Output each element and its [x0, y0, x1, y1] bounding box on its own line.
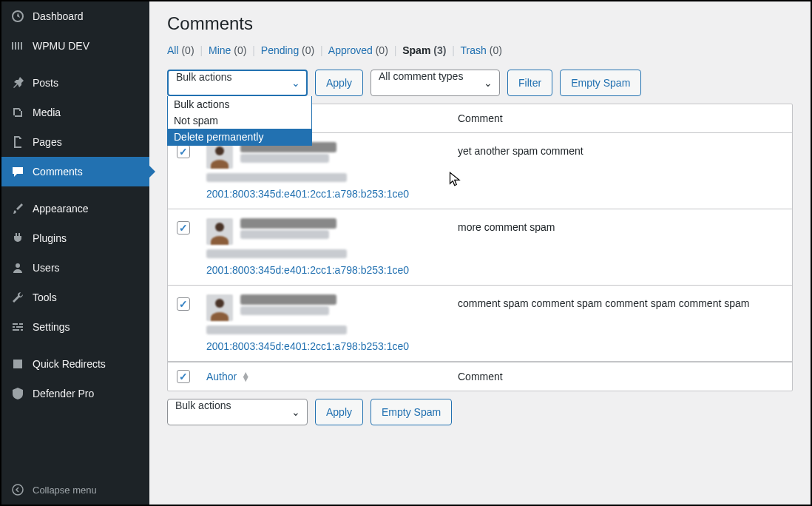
main-content: Comments All (0) | Mine (0) | Pending (0… — [149, 1, 811, 505]
author-email — [206, 249, 347, 258]
filter-pending[interactable]: Pending (0) — [261, 44, 314, 56]
sidebar-item-quick-redirects[interactable]: Quick Redirects — [1, 349, 149, 379]
filter-spam[interactable]: Spam (3) — [402, 44, 446, 56]
comments-table: Author ▲▼ Comment 2001:8003: — [167, 104, 793, 391]
author-name — [240, 218, 336, 229]
brush-icon — [10, 201, 25, 216]
filter-button[interactable]: Filter — [507, 70, 552, 96]
filter-trash[interactable]: Trash (0) — [461, 44, 502, 56]
filter-approved[interactable]: Approved (0) — [328, 44, 388, 56]
avatar — [206, 294, 233, 321]
sidebar-item-label: Defender Pro — [33, 388, 94, 399]
sidebar-item-label: Dashboard — [33, 10, 84, 22]
column-header-comment: Comment — [458, 112, 783, 124]
table-row: 2001:8003:345d:e401:2cc1:a798:b253:1ce0 … — [168, 286, 792, 362]
row-checkbox[interactable] — [177, 297, 190, 311]
user-icon — [10, 260, 25, 275]
row-checkbox[interactable] — [177, 145, 190, 158]
dashboard-icon — [10, 9, 25, 24]
bulk-option-delete-permanently[interactable]: Delete permanently — [168, 129, 311, 145]
comment-type-select[interactable]: All comment types — [371, 70, 500, 96]
author-ip-link[interactable]: 2001:8003:345d:e401:2cc1:a798:b253:1ce0 — [206, 340, 458, 352]
plug-icon — [10, 231, 25, 246]
page-icon — [10, 135, 25, 149]
sidebar-item-wpmu-dev[interactable]: WPMU DEV — [1, 31, 149, 61]
redirect-icon — [10, 357, 25, 371]
sidebar-item-media[interactable]: Media — [1, 98, 149, 127]
sidebar-item-label: Quick Redirects — [33, 358, 106, 370]
comment-icon — [10, 164, 25, 179]
page-title: Comments — [167, 13, 793, 34]
sidebar-item-settings[interactable]: Settings — [1, 312, 149, 342]
comment-text: more comment spam — [458, 218, 783, 276]
sidebar-item-users[interactable]: Users — [1, 253, 149, 283]
sliders-icon — [10, 320, 25, 334]
comment-text: comment spam comment spam comment spam c… — [458, 294, 783, 352]
author-ip-link[interactable]: 2001:8003:345d:e401:2cc1:a798:b253:1ce0 — [206, 264, 458, 276]
sort-icon: ▲▼ — [241, 372, 250, 381]
tablenav-bottom: Bulk actions ⌄ Apply Empty Spam — [167, 399, 793, 425]
author-email — [206, 173, 347, 182]
sidebar-item-label: WPMU DEV — [33, 40, 89, 52]
cursor-icon — [448, 172, 463, 189]
sidebar-item-label: Tools — [33, 291, 57, 303]
svg-point-0 — [13, 485, 23, 495]
author-email — [206, 325, 347, 334]
collapse-menu-button[interactable]: Collapse menu — [1, 475, 149, 505]
avatar — [206, 218, 233, 245]
sidebar-item-label: Comments — [33, 166, 83, 178]
sidebar-item-label: Users — [33, 262, 60, 274]
sidebar-item-defender-pro[interactable]: Defender Pro — [1, 379, 149, 408]
empty-spam-button-top[interactable]: Empty Spam — [560, 70, 641, 96]
sidebar-item-label: Settings — [33, 321, 70, 333]
admin-sidebar: Dashboard WPMU DEV Posts Media Pages Com… — [1, 1, 149, 505]
apply-button-bottom[interactable]: Apply — [315, 399, 363, 425]
bulk-option-not-spam[interactable]: Not spam — [168, 112, 311, 129]
filter-mine[interactable]: Mine (0) — [209, 44, 246, 56]
column-footer-author[interactable]: Author ▲▼ — [206, 371, 458, 382]
tablenav-top: Bulk actions ⌄ Bulk actions Not spam Del… — [167, 70, 793, 96]
collapse-icon — [10, 482, 25, 497]
chevron-down-icon: ⌄ — [291, 77, 300, 89]
sidebar-item-label: Appearance — [33, 203, 89, 215]
table-row: 2001:8003:345d:e401:2cc1:a798:b253:1ce0 … — [168, 209, 792, 286]
row-checkbox[interactable] — [177, 221, 190, 235]
bulk-option-bulk-actions[interactable]: Bulk actions — [168, 96, 311, 112]
bulk-actions-select-bottom[interactable]: Bulk actions — [167, 399, 308, 425]
select-all-checkbox-bottom[interactable] — [177, 370, 190, 383]
bulk-actions-select[interactable]: Bulk actions ⌄ — [167, 70, 308, 96]
author-meta — [240, 230, 329, 239]
sidebar-item-posts[interactable]: Posts — [1, 68, 149, 98]
empty-spam-button-bottom[interactable]: Empty Spam — [371, 399, 452, 425]
wpmu-icon — [10, 38, 25, 53]
filter-all[interactable]: All (0) — [167, 44, 194, 56]
pin-icon — [10, 75, 25, 90]
collapse-label: Collapse menu — [33, 485, 97, 496]
apply-button-top[interactable]: Apply — [315, 70, 363, 96]
sidebar-item-plugins[interactable]: Plugins — [1, 223, 149, 253]
author-meta — [240, 154, 329, 163]
table-footer: Author ▲▼ Comment — [168, 362, 792, 391]
author-meta — [240, 306, 329, 315]
author-ip-link[interactable]: 2001:8003:345d:e401:2cc1:a798:b253:1ce0 — [206, 188, 458, 200]
sidebar-item-dashboard[interactable]: Dashboard — [1, 1, 149, 31]
sidebar-item-label: Pages — [33, 136, 62, 148]
sidebar-item-label: Posts — [33, 77, 58, 89]
media-icon — [10, 105, 25, 120]
column-footer-comment: Comment — [458, 371, 783, 382]
sidebar-item-label: Media — [33, 107, 61, 118]
sidebar-item-tools[interactable]: Tools — [1, 283, 149, 312]
avatar — [206, 142, 233, 169]
shield-icon — [10, 386, 25, 401]
wrench-icon — [10, 290, 25, 305]
author-name — [240, 294, 336, 305]
bulk-actions-dropdown: Bulk actions Not spam Delete permanently — [167, 96, 312, 146]
sidebar-item-appearance[interactable]: Appearance — [1, 194, 149, 223]
comment-text: yet another spam comment — [458, 142, 783, 200]
sidebar-item-label: Plugins — [33, 232, 67, 244]
sidebar-item-comments[interactable]: Comments — [1, 157, 149, 186]
comment-status-filters: All (0) | Mine (0) | Pending (0) | Appro… — [167, 44, 793, 56]
sidebar-item-pages[interactable]: Pages — [1, 127, 149, 157]
